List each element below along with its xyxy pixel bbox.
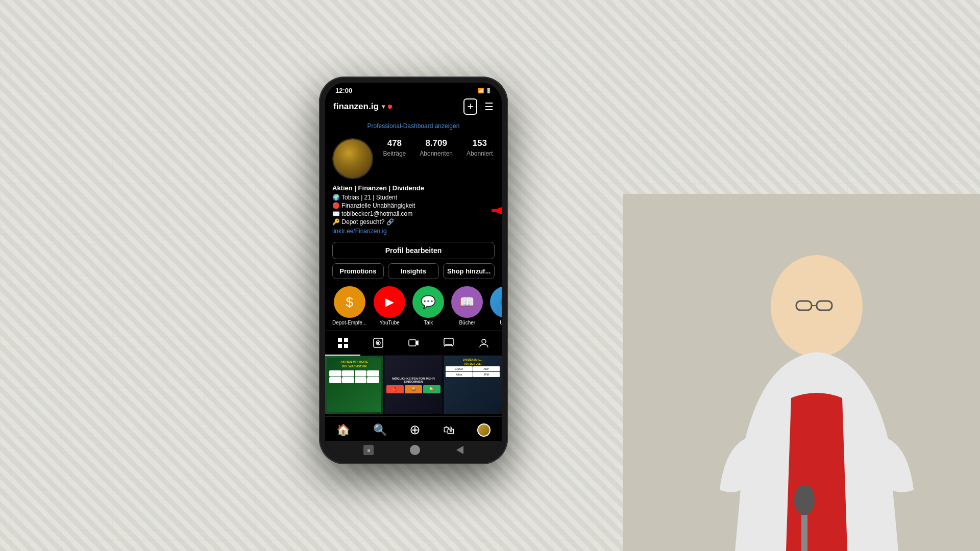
secondary-buttons-row: Promotions Insights Shop hinzuf... — [332, 263, 495, 279]
tab-tagged[interactable] — [431, 331, 467, 356]
nav-add-icon[interactable]: ⊕ — [409, 422, 421, 438]
bio-line-2: 🔴 Finanzielle Unabhängigkeit — [332, 202, 495, 209]
post-item-3[interactable]: DIVIDENZAHL... FÜR DEN JULI CISCO ADP Al… — [444, 356, 502, 414]
svg-rect-9 — [338, 338, 342, 342]
menu-icon[interactable]: ☰ — [484, 101, 494, 113]
highlights-section: $ Depot-Empfe... ▶ YouTube 💬 — [325, 281, 502, 331]
status-icons: 📶 🔋 — [478, 88, 492, 93]
nav-home-icon[interactable]: 🏠 — [336, 423, 350, 437]
svg-marker-17 — [416, 341, 418, 345]
highlight-talk[interactable]: 💬 Talk — [412, 286, 444, 325]
system-back-button[interactable] — [456, 446, 463, 454]
top-bar: finanzen.ig ▾ + ☰ — [325, 96, 502, 119]
account-username: finanzen.ig — [333, 102, 379, 112]
post-item-1[interactable]: AKTIEN MIT HOHE DIV. WACHSTUM — [325, 356, 383, 414]
highlight-talk-label: Talk — [424, 320, 433, 325]
bio-name: Aktien | Finanzen | Dividende — [332, 184, 495, 192]
highlight-talk-icon[interactable]: 💬 — [412, 286, 444, 318]
stat-followers-label: Abonnenten — [420, 150, 453, 157]
svg-rect-16 — [409, 340, 416, 346]
insights-button[interactable]: Insights — [388, 263, 439, 279]
tab-grid[interactable] — [325, 331, 360, 356]
stat-posts-label: Beiträge — [383, 150, 406, 157]
avatar-container[interactable] — [332, 138, 373, 179]
system-home-button[interactable] — [410, 445, 420, 455]
post-content-2: MÖGLICHKEITEN FÜR MEHR EINKOMMEN 🍎 📦 💊 — [384, 356, 443, 414]
tab-reels[interactable] — [360, 331, 396, 356]
edit-profile-button[interactable]: Profil bearbeiten — [332, 242, 495, 259]
action-buttons-section: Profil bearbeiten Promotions Insights Sh… — [325, 240, 502, 281]
svg-point-6 — [794, 485, 815, 515]
highlight-books-label: Bücher — [459, 320, 475, 325]
top-bar-actions: + ☰ — [463, 98, 494, 115]
highlight-depot-icon[interactable]: $ — [334, 286, 365, 318]
status-time: 12:00 — [335, 87, 352, 94]
highlight-youtube-label: YouTube — [380, 320, 400, 325]
highlight-youtube-icon[interactable]: ▶ — [374, 286, 405, 318]
add-content-icon[interactable]: + — [463, 98, 477, 115]
stats-row: 478 Beiträge 8.709 Abonnenten 153 Abonni… — [381, 138, 495, 158]
post-item-2[interactable]: MÖGLICHKEITEN FÜR MEHR EINKOMMEN 🍎 📦 💊 — [384, 356, 443, 414]
pro-dashboard-link[interactable]: Professional-Dashboard anzeigen — [368, 122, 460, 130]
highlight-depot-label: Depot-Empfe... — [332, 320, 366, 325]
avatar[interactable] — [332, 138, 373, 179]
system-square-button[interactable]: ■ — [363, 445, 374, 455]
highlight-misc-icon[interactable]: 🔵 — [490, 286, 502, 318]
svg-point-15 — [377, 342, 379, 344]
pro-dashboard-banner[interactable]: Professional-Dashboard anzeigen — [325, 119, 502, 133]
phone-frame: 12:00 📶 🔋 finanzen.ig ▾ + ☰ Professional… — [319, 77, 508, 464]
stat-followers-num: 8.709 — [420, 138, 453, 148]
profile-scroll-area[interactable]: 478 Beiträge 8.709 Abonnenten 153 Abonni… — [325, 133, 502, 416]
post-text-1: AKTIEN MIT HOHE DIV. WACHSTUM — [325, 356, 383, 414]
highlight-youtube[interactable]: ▶ YouTube — [374, 286, 405, 325]
highlight-books-icon[interactable]: 📖 — [451, 286, 483, 318]
svg-point-19 — [482, 339, 486, 343]
stat-posts[interactable]: 478 Beiträge — [383, 138, 406, 158]
stat-followers[interactable]: 8.709 Abonnenten — [420, 138, 453, 158]
stat-following-num: 153 — [467, 138, 493, 148]
promotions-button[interactable]: Promotions — [332, 263, 384, 279]
bottom-nav-bar: 🏠 🔍 ⊕ 🛍 — [325, 416, 502, 441]
bio-line-3: ✉️ tobibecker1@hotmail.com — [332, 210, 495, 217]
stat-following[interactable]: 153 Abonniert — [467, 138, 493, 158]
svg-rect-10 — [344, 338, 348, 342]
account-name-container[interactable]: finanzen.ig ▾ — [333, 102, 392, 112]
posts-grid: AKTIEN MIT HOHE DIV. WACHSTUM — [325, 356, 502, 414]
highlight-misc-label: Um... — [500, 320, 502, 325]
bio-line-4: 🔑 Depot gesucht? 🔗 — [332, 218, 495, 226]
bio-line-1: 🌍 Tobias | 21 | Student — [332, 194, 495, 201]
tab-video[interactable] — [396, 331, 431, 356]
svg-rect-12 — [344, 344, 348, 348]
highlight-depot[interactable]: $ Depot-Empfe... — [332, 286, 366, 325]
status-bar: 12:00 📶 🔋 — [325, 83, 502, 96]
stat-posts-num: 478 — [383, 138, 406, 148]
tab-profile[interactable] — [467, 331, 502, 356]
chevron-down-icon: ▾ — [382, 103, 385, 110]
highlight-books[interactable]: 📖 Bücher — [451, 286, 483, 325]
profile-stats-section: 478 Beiträge 8.709 Abonnenten 153 Abonni… — [325, 133, 502, 184]
content-tab-bar — [325, 331, 502, 356]
bio-link[interactable]: linktr.ee/Finanzen.ig — [332, 228, 495, 235]
svg-rect-11 — [338, 344, 342, 348]
post-content-3: DIVIDENZAHL... FÜR DEN JULI CISCO ADP Al… — [444, 356, 502, 414]
nav-shop-icon[interactable]: 🛍 — [443, 423, 454, 437]
notification-dot — [388, 105, 392, 109]
system-nav-bar: ■ — [325, 441, 502, 458]
stat-following-label: Abonniert — [467, 150, 493, 157]
nav-profile-avatar[interactable] — [477, 423, 491, 437]
bio-section: Aktien | Finanzen | Dividende 🌍 Tobias |… — [325, 184, 502, 240]
shop-button[interactable]: Shop hinzuf... — [443, 263, 495, 279]
nav-search-icon[interactable]: 🔍 — [373, 423, 387, 437]
highlight-misc[interactable]: 🔵 Um... — [490, 286, 502, 325]
